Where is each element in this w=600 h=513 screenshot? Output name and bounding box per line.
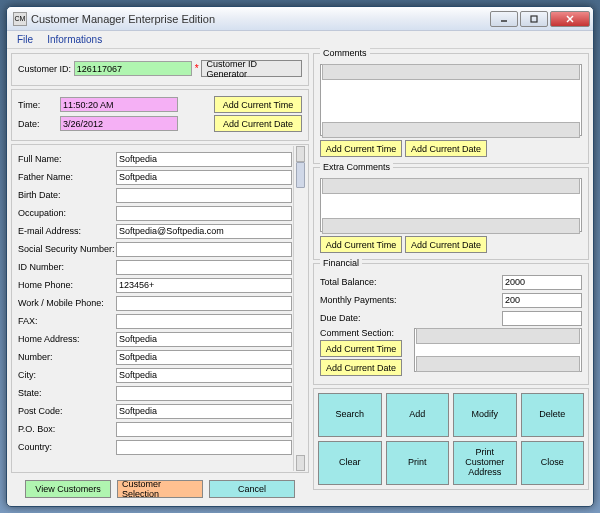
country-input[interactable] — [116, 440, 292, 455]
app-icon: CM — [13, 12, 27, 26]
number-input[interactable] — [116, 350, 292, 365]
search-button[interactable]: Search — [318, 393, 382, 437]
app-window: CM Customer Manager Enterprise Edition F… — [6, 6, 594, 507]
comments-add-time-button[interactable]: Add Current Time — [320, 140, 402, 157]
total-balance-label: Total Balance: — [320, 277, 418, 287]
work-phone-input[interactable] — [116, 296, 292, 311]
full-name-input[interactable] — [116, 152, 292, 167]
time-label: Time: — [18, 100, 60, 110]
financial-group: Financial Total Balance: Monthly Payment… — [313, 263, 589, 385]
occupation-input[interactable] — [116, 206, 292, 221]
extra-comments-title: Extra Comments — [320, 162, 393, 172]
home-address-label: Home Address: — [18, 334, 116, 344]
financial-add-time-button[interactable]: Add Current Time — [320, 340, 402, 357]
content-area: Customer ID: * Customer ID Generator Tim… — [7, 49, 593, 506]
home-phone-label: Home Phone: — [18, 280, 116, 290]
print-button[interactable]: Print — [386, 441, 450, 485]
required-mark: * — [192, 63, 202, 74]
customer-id-group: Customer ID: * Customer ID Generator — [11, 53, 309, 86]
due-date-input[interactable] — [502, 311, 582, 326]
comments-group: Comments Add Current Time Add Current Da… — [313, 53, 589, 164]
occupation-label: Occupation: — [18, 208, 116, 218]
number-label: Number: — [18, 352, 116, 362]
add-current-date-button[interactable]: Add Current Date — [214, 115, 302, 132]
view-customers-button[interactable]: View Customers — [25, 480, 111, 498]
id-number-input[interactable] — [116, 260, 292, 275]
extra-add-date-button[interactable]: Add Current Date — [405, 236, 487, 253]
city-label: City: — [18, 370, 116, 380]
post-code-label: Post Code: — [18, 406, 116, 416]
left-button-row: View Customers Customer Selection Cancel — [11, 476, 309, 502]
customer-id-input[interactable] — [74, 61, 192, 76]
monthly-payments-input[interactable] — [502, 293, 582, 308]
close-button[interactable] — [550, 11, 590, 27]
father-name-label: Father Name: — [18, 172, 116, 182]
date-label: Date: — [18, 119, 60, 129]
extra-comments-group: Extra Comments Add Current Time Add Curr… — [313, 167, 589, 260]
menu-file[interactable]: File — [11, 33, 39, 46]
full-name-label: Full Name: — [18, 154, 116, 164]
time-input[interactable] — [60, 97, 178, 112]
customer-id-label: Customer ID: — [18, 64, 74, 74]
work-phone-label: Work / Mobile Phone: — [18, 298, 116, 308]
extra-add-time-button[interactable]: Add Current Time — [320, 236, 402, 253]
menubar: File Informations — [7, 31, 593, 49]
father-name-input[interactable] — [116, 170, 292, 185]
home-address-input[interactable] — [116, 332, 292, 347]
clear-button[interactable]: Clear — [318, 441, 382, 485]
comment-section-label: Comment Section: — [320, 328, 410, 338]
maximize-button[interactable] — [520, 11, 548, 27]
ssn-input[interactable] — [116, 242, 292, 257]
email-label: E-mail Address: — [18, 226, 116, 236]
country-label: Country: — [18, 442, 116, 452]
svg-rect-1 — [531, 16, 537, 22]
form-scrollbar[interactable] — [293, 146, 307, 471]
due-date-label: Due Date: — [320, 313, 418, 323]
close-action-button[interactable]: Close — [521, 441, 585, 485]
monthly-payments-label: Monthly Payments: — [320, 295, 418, 305]
city-input[interactable] — [116, 368, 292, 383]
customer-selection-button[interactable]: Customer Selection — [117, 480, 203, 498]
ssn-label: Social Security Number: — [18, 244, 116, 254]
time-date-group: Time: Add Current Time Date: Add Current… — [11, 89, 309, 141]
comments-add-date-button[interactable]: Add Current Date — [405, 140, 487, 157]
email-input[interactable] — [116, 224, 292, 239]
modify-button[interactable]: Modify — [453, 393, 517, 437]
scrollbar-thumb[interactable] — [296, 162, 305, 188]
total-balance-input[interactable] — [502, 275, 582, 290]
fax-input[interactable] — [116, 314, 292, 329]
pobox-label: P.O. Box: — [18, 424, 116, 434]
post-code-input[interactable] — [116, 404, 292, 419]
action-button-grid: Search Add Modify Delete Clear Print Pri… — [313, 388, 589, 490]
titlebar: CM Customer Manager Enterprise Edition — [7, 7, 593, 31]
add-current-time-button[interactable]: Add Current Time — [214, 96, 302, 113]
state-label: State: — [18, 388, 116, 398]
print-customer-address-button[interactable]: Print Customer Address — [453, 441, 517, 485]
minimize-button[interactable] — [490, 11, 518, 27]
state-input[interactable] — [116, 386, 292, 401]
birth-date-input[interactable] — [116, 188, 292, 203]
financial-add-date-button[interactable]: Add Current Date — [320, 359, 402, 376]
add-button[interactable]: Add — [386, 393, 450, 437]
comments-title: Comments — [320, 48, 370, 58]
window-title: Customer Manager Enterprise Edition — [31, 13, 489, 25]
cancel-button[interactable]: Cancel — [209, 480, 295, 498]
birth-date-label: Birth Date: — [18, 190, 116, 200]
customer-id-generator-button[interactable]: Customer ID Generator — [201, 60, 302, 77]
financial-title: Financial — [320, 258, 362, 268]
delete-button[interactable]: Delete — [521, 393, 585, 437]
id-number-label: ID Number: — [18, 262, 116, 272]
home-phone-input[interactable] — [116, 278, 292, 293]
customer-form: Full Name:* Father Name:* Birth Date:* O… — [11, 144, 309, 473]
fax-label: FAX: — [18, 316, 116, 326]
menu-informations[interactable]: Informations — [41, 33, 108, 46]
pobox-input[interactable] — [116, 422, 292, 437]
date-input[interactable] — [60, 116, 178, 131]
